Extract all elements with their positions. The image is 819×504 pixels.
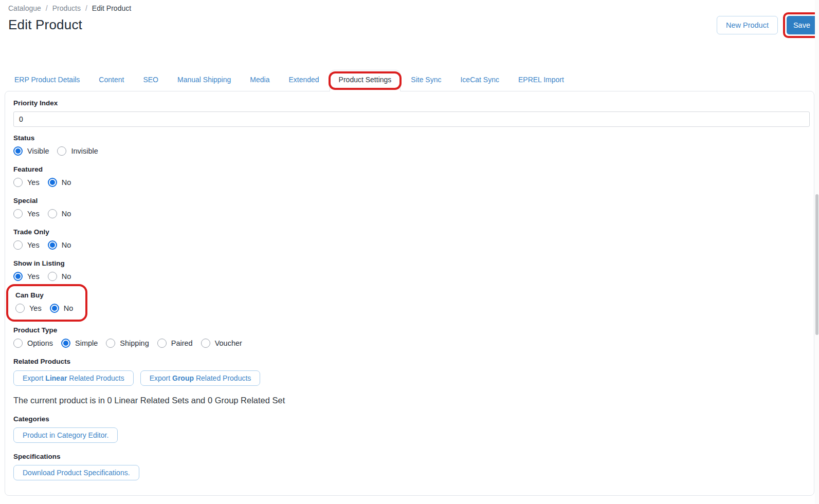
radio-icon xyxy=(57,146,66,156)
radio-option-trade-only-yes[interactable]: Yes xyxy=(13,240,40,250)
button-text: Related Products xyxy=(67,374,124,382)
tab-extended[interactable]: Extended xyxy=(288,70,319,91)
new-product-button[interactable]: New Product xyxy=(717,16,778,34)
radio-option-special-yes[interactable]: Yes xyxy=(13,209,40,218)
related-products-section: Related Products Export Linear Related P… xyxy=(13,358,810,405)
tab-seo[interactable]: SEO xyxy=(143,70,158,91)
radio-label: No xyxy=(62,272,71,281)
radio-label: Visible xyxy=(27,147,49,155)
tab-site-sync[interactable]: Site Sync xyxy=(411,70,441,91)
specifications-label: Specifications xyxy=(13,453,810,460)
radio-label: Yes xyxy=(27,241,40,249)
header-actions: New Product Save xyxy=(717,12,816,38)
radio-label: No xyxy=(62,210,71,218)
radio-option-show-in-listing-no[interactable]: No xyxy=(48,272,71,281)
radio-label: Shipping xyxy=(120,339,149,347)
radio-label: No xyxy=(64,304,74,312)
export-linear-related-products-button[interactable]: Export Linear Related Products xyxy=(13,370,134,386)
button-text-bold: Group xyxy=(172,374,194,382)
tab-manual-shipping[interactable]: Manual Shipping xyxy=(177,70,231,91)
show-in-listing-label: Show in Listing xyxy=(13,259,810,267)
tab-erp-product-details[interactable]: ERP Product Details xyxy=(14,70,80,91)
featured-group: Featured Yes No xyxy=(13,165,810,187)
radio-option-invisible[interactable]: Invisible xyxy=(57,146,98,156)
breadcrumb-item-products[interactable]: Products xyxy=(52,4,81,12)
radio-icon xyxy=(48,240,57,250)
priority-index-field: Priority Index xyxy=(13,99,810,127)
radio-icon xyxy=(61,339,70,348)
status-group: Status Visible Invisible xyxy=(13,134,810,156)
radio-icon xyxy=(13,178,23,187)
radio-icon xyxy=(48,209,57,218)
radio-icon xyxy=(48,272,57,281)
tab-eprel-import[interactable]: EPREL Import xyxy=(518,70,564,91)
save-button[interactable]: Save xyxy=(787,16,817,34)
can-buy-annotation-box: Can Buy Yes No xyxy=(6,284,87,322)
featured-label: Featured xyxy=(13,165,810,173)
radio-label: Invisible xyxy=(71,147,98,155)
breadcrumb-separator: / xyxy=(85,4,87,12)
radio-option-featured-no[interactable]: No xyxy=(48,178,71,187)
radio-option-voucher[interactable]: Voucher xyxy=(201,339,242,348)
priority-index-input[interactable] xyxy=(13,111,810,127)
radio-option-shipping[interactable]: Shipping xyxy=(106,339,149,348)
radio-icon xyxy=(106,339,115,348)
can-buy-label: Can Buy xyxy=(15,291,73,299)
tab-content[interactable]: Content xyxy=(99,70,124,91)
radio-icon xyxy=(48,178,57,187)
breadcrumb-separator: / xyxy=(46,4,48,12)
radio-icon xyxy=(13,339,23,348)
categories-section: Categories Product in Category Editor. xyxy=(13,415,810,443)
product-type-group: Product Type Options Simple Shipping Pai… xyxy=(13,326,810,348)
radio-label: Yes xyxy=(27,210,40,218)
product-type-label: Product Type xyxy=(13,326,810,334)
trade-only-group: Trade Only Yes No xyxy=(13,228,810,250)
radio-label: No xyxy=(62,241,71,249)
download-product-specifications-button[interactable]: Download Product Specifications. xyxy=(13,465,139,480)
button-text: Export xyxy=(150,374,172,382)
save-annotation-box: Save xyxy=(783,12,819,38)
special-group: Special Yes No xyxy=(13,197,810,218)
radio-icon xyxy=(157,339,167,348)
radio-label: Yes xyxy=(29,304,42,312)
radio-option-can-buy-yes[interactable]: Yes xyxy=(15,304,42,313)
trade-only-label: Trade Only xyxy=(13,228,810,236)
radio-label: Voucher xyxy=(215,339,242,347)
radio-option-paired[interactable]: Paired xyxy=(157,339,193,348)
radio-option-trade-only-no[interactable]: No xyxy=(48,240,71,250)
radio-icon xyxy=(13,272,23,281)
radio-icon xyxy=(50,304,59,313)
breadcrumb: Catalogue / Products / Edit Product xyxy=(8,4,811,12)
radio-option-options[interactable]: Options xyxy=(13,339,53,348)
radio-option-can-buy-no[interactable]: No xyxy=(50,304,74,313)
page-header: Catalogue / Products / Edit Product Edit… xyxy=(0,0,819,33)
tab-product-settings-label: Product Settings xyxy=(339,76,392,84)
tab-product-settings[interactable]: Product Settings xyxy=(330,70,401,91)
show-in-listing-group: Show in Listing Yes No xyxy=(13,259,810,281)
radio-option-visible[interactable]: Visible xyxy=(13,146,49,156)
export-group-related-products-button[interactable]: Export Group Related Products xyxy=(140,370,261,386)
breadcrumb-item-edit-product: Edit Product xyxy=(92,4,131,12)
button-text-bold: Linear xyxy=(45,374,67,382)
radio-label: No xyxy=(62,178,71,186)
tab-media[interactable]: Media xyxy=(250,70,269,91)
categories-label: Categories xyxy=(13,415,810,423)
product-in-category-editor-button[interactable]: Product in Category Editor. xyxy=(13,427,118,443)
button-text: Related Products xyxy=(194,374,251,382)
radio-option-featured-yes[interactable]: Yes xyxy=(13,178,40,187)
radio-option-show-in-listing-yes[interactable]: Yes xyxy=(13,272,40,281)
radio-label: Simple xyxy=(75,339,98,347)
radio-icon xyxy=(13,240,23,250)
specifications-section: Specifications Download Product Specific… xyxy=(13,453,810,480)
tab-bar: ERP Product Details Content SEO Manual S… xyxy=(0,70,819,91)
radio-icon xyxy=(201,339,210,348)
content-panel: Priority Index Status Visible Invisible … xyxy=(5,91,814,496)
can-buy-group: Can Buy Yes No xyxy=(15,291,73,313)
radio-option-simple[interactable]: Simple xyxy=(61,339,98,348)
tab-icecat-sync[interactable]: IceCat Sync xyxy=(460,70,499,91)
breadcrumb-item-catalogue[interactable]: Catalogue xyxy=(8,4,41,12)
radio-option-special-no[interactable]: No xyxy=(48,209,71,218)
scrollbar-thumb[interactable] xyxy=(815,194,818,335)
radio-icon xyxy=(15,304,25,313)
radio-label: Options xyxy=(27,339,53,347)
